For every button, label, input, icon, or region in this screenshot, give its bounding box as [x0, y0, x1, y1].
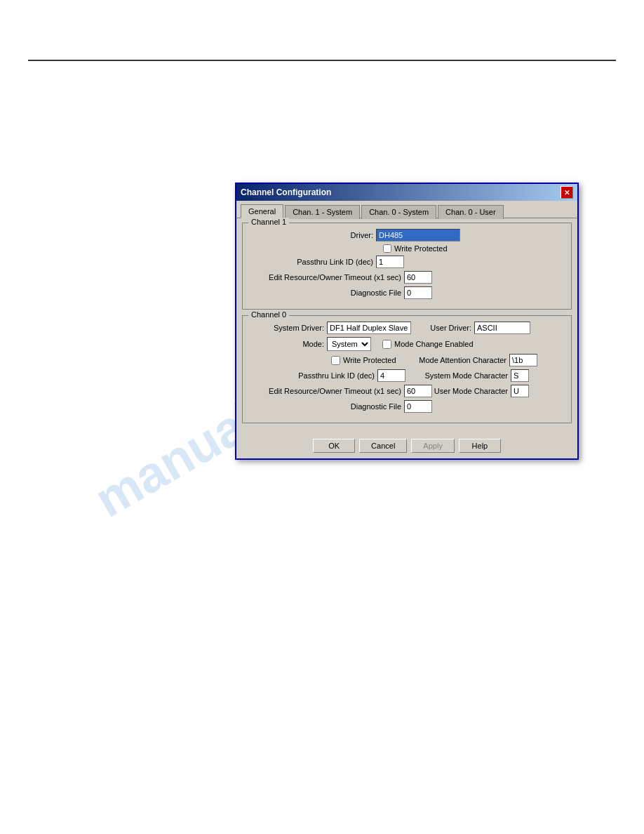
channel1-driver-label: Driver:	[250, 231, 376, 239]
channel0-diagnostic-row: Diagnostic File	[250, 400, 564, 413]
close-button[interactable]	[561, 186, 573, 199]
channel0-edit-resource-row: Edit Resource/Owner Timeout (x1 sec) Use…	[250, 385, 564, 397]
channel0-user-driver-input[interactable]	[474, 322, 530, 334]
channel0-mode-change-checkbox[interactable]	[382, 340, 391, 349]
channel1-group-label: Channel 1	[248, 218, 289, 226]
channel0-drivers-row: System Driver: User Driver:	[250, 322, 564, 334]
channel0-system-mode-char-input[interactable]	[511, 369, 529, 382]
channel0-diagnostic-input[interactable]	[404, 400, 432, 413]
channel0-edit-resource-input[interactable]	[404, 385, 432, 397]
dialog-title: Channel Configuration	[241, 187, 331, 197]
channel0-mode-row: Mode: System User Mode Change Enabled	[250, 337, 564, 351]
channel0-system-driver-input[interactable]	[327, 322, 411, 334]
channel0-user-mode-char-input[interactable]	[511, 385, 529, 397]
channel0-mode-attention-label: Mode Attention Character	[404, 356, 509, 364]
channel0-edit-resource-label: Edit Resource/Owner Timeout (x1 sec)	[250, 387, 404, 395]
help-button[interactable]: Help	[459, 439, 501, 453]
channel1-diagnostic-row: Diagnostic File	[250, 286, 564, 299]
channel0-passthru-row: Passthru Link ID (dec) System Mode Chara…	[250, 369, 564, 382]
channel1-diagnostic-label: Diagnostic File	[250, 289, 404, 297]
channel0-group-label: Channel 0	[248, 310, 289, 319]
channel0-user-mode-char-label: User Mode Character	[432, 387, 511, 395]
channel0-group: Channel 0 System Driver: User Driver: Mo…	[242, 315, 572, 423]
channel0-write-protected-row: Write Protected Mode Attention Character	[250, 354, 564, 366]
tab-chan0-user[interactable]: Chan. 0 - User	[438, 205, 504, 219]
dialog-titlebar: Channel Configuration	[236, 184, 577, 201]
tab-chan0-system[interactable]: Chan. 0 - System	[361, 205, 436, 219]
channel0-write-protected-label: Write Protected	[343, 356, 396, 364]
channel1-driver-row: Driver:	[250, 229, 564, 241]
channel0-user-driver-label: User Driver:	[411, 324, 474, 332]
channel1-write-protected-checkbox[interactable]	[383, 244, 391, 253]
dialog-window: Channel Configuration General Chan. 1 - …	[235, 183, 579, 460]
channel0-passthru-label: Passthru Link ID (dec)	[250, 371, 377, 380]
tab-general[interactable]: General	[241, 204, 283, 218]
channel1-passthru-input[interactable]	[376, 256, 404, 268]
channel1-edit-resource-label: Edit Resource/Owner Timeout (x1 sec)	[250, 273, 404, 282]
channel1-edit-resource-input[interactable]	[404, 271, 432, 284]
apply-button[interactable]: Apply	[411, 439, 455, 453]
dialog-body: Channel 1 Driver: Write Protected Passth…	[236, 218, 577, 435]
channel1-passthru-row: Passthru Link ID (dec)	[250, 256, 564, 268]
channel0-diagnostic-label: Diagnostic File	[250, 402, 404, 411]
dialog-footer: OK Cancel Apply Help	[236, 435, 577, 458]
channel1-group: Channel 1 Driver: Write Protected Passth…	[242, 223, 572, 310]
channel1-passthru-label: Passthru Link ID (dec)	[250, 258, 376, 266]
channel0-mode-label: Mode:	[250, 340, 327, 348]
channel1-diagnostic-input[interactable]	[404, 286, 432, 299]
channel0-system-driver-label: System Driver:	[250, 324, 327, 332]
channel0-mode-change-label: Mode Change Enabled	[394, 340, 474, 348]
channel0-mode-attention-input[interactable]	[509, 354, 537, 366]
ok-button[interactable]: OK	[313, 439, 355, 453]
tabs-bar: General Chan. 1 - System Chan. 0 - Syste…	[236, 201, 577, 218]
channel0-system-mode-char-label: System Mode Character	[405, 371, 511, 380]
channel0-passthru-input[interactable]	[377, 369, 405, 382]
channel1-write-protected-row: Write Protected	[250, 244, 564, 253]
channel0-write-protected-checkbox[interactable]	[331, 356, 340, 365]
channel0-mode-select[interactable]: System User	[327, 337, 371, 351]
tab-chan1-system[interactable]: Chan. 1 - System	[285, 205, 360, 219]
page-rule	[28, 60, 616, 61]
channel1-write-protected-label: Write Protected	[394, 244, 448, 253]
channel1-edit-resource-row: Edit Resource/Owner Timeout (x1 sec)	[250, 271, 564, 284]
cancel-button[interactable]: Cancel	[359, 439, 407, 453]
channel1-driver-input[interactable]	[376, 229, 460, 241]
